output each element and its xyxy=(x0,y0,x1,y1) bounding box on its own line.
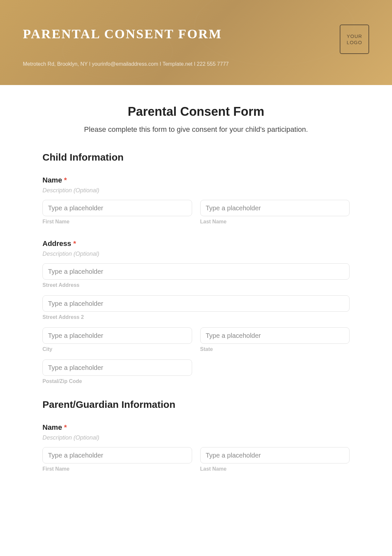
child-first-name-sublabel: First Name xyxy=(42,219,192,225)
child-last-name-sublabel: Last Name xyxy=(200,219,350,225)
postal-code-input[interactable] xyxy=(42,359,192,376)
page-title: Parental Consent Form xyxy=(42,105,350,119)
parent-first-name-sublabel: First Name xyxy=(42,466,192,472)
parent-last-name-input[interactable] xyxy=(200,447,350,463)
child-address-label-text: Address xyxy=(42,239,71,248)
section-parent-info: Parent/Guardian Information xyxy=(42,399,350,410)
city-sublabel: City xyxy=(42,346,192,352)
required-indicator: * xyxy=(64,176,67,184)
child-address-label: Address * xyxy=(42,239,350,248)
child-last-name-input[interactable] xyxy=(200,200,350,216)
logo-text-line2: LOGO xyxy=(347,39,362,46)
child-name-desc: Description (Optional) xyxy=(42,187,350,194)
parent-name-desc: Description (Optional) xyxy=(42,434,350,441)
street-address-2-input[interactable] xyxy=(42,295,350,312)
parent-name-label-text: Name xyxy=(42,423,62,431)
child-name-label: Name * xyxy=(42,176,350,184)
required-indicator: * xyxy=(64,423,67,431)
state-sublabel: State xyxy=(200,346,350,352)
banner-header: PARENTAL CONSENT FORM YOUR LOGO Metrotec… xyxy=(0,0,392,85)
state-input[interactable] xyxy=(200,327,350,344)
section-child-info: Child Information xyxy=(42,152,350,163)
form-intro: Please complete this form to give consen… xyxy=(42,125,350,134)
postal-code-sublabel: Postal/Zip Code xyxy=(42,378,192,384)
parent-name-label: Name * xyxy=(42,423,350,432)
city-input[interactable] xyxy=(42,327,192,344)
form-body: Parental Consent Form Please complete th… xyxy=(0,85,392,500)
street-address-sublabel: Street Address xyxy=(42,282,350,288)
parent-first-name-input[interactable] xyxy=(42,447,192,463)
child-name-group: Name * Description (Optional) First Name… xyxy=(42,176,350,225)
logo-placeholder: YOUR LOGO xyxy=(340,25,369,54)
logo-text-line1: YOUR xyxy=(347,33,362,40)
street-address-2-sublabel: Street Address 2 xyxy=(42,314,350,320)
parent-last-name-sublabel: Last Name xyxy=(200,466,350,472)
banner-title: PARENTAL CONSENT FORM xyxy=(23,26,369,42)
child-name-label-text: Name xyxy=(42,176,62,184)
street-address-input[interactable] xyxy=(42,263,350,280)
required-indicator: * xyxy=(73,239,76,248)
parent-name-group: Name * Description (Optional) First Name… xyxy=(42,423,350,472)
child-address-desc: Description (Optional) xyxy=(42,251,350,257)
child-address-group: Address * Description (Optional) Street … xyxy=(42,239,350,384)
child-first-name-input[interactable] xyxy=(42,200,192,216)
banner-contact-line: Metrotech Rd, Brooklyn, NY I yourinfo@em… xyxy=(23,61,369,67)
